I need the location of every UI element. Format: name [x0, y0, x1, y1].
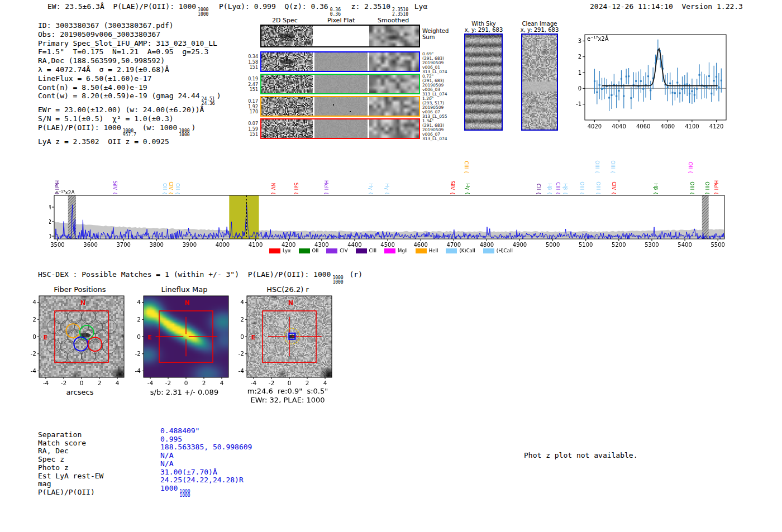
stat-value: 0.17	[244, 99, 258, 104]
hsc-dex-summary: HSC-DEX : Possible Matches = 1 (within +…	[38, 270, 363, 284]
spectrum-legend: LyαOIICIVCIIIMgIIHeII(K)CaII(H)CaII	[269, 248, 513, 253]
emission-line-label: SiIV {	[112, 180, 118, 195]
legend-label: Lyα	[283, 248, 291, 253]
stat-value: 1.58	[244, 60, 258, 65]
spec2d-row-caption: WeightedSum	[422, 28, 449, 40]
match-value-text: 24.25(24.22,24.28)R	[160, 476, 244, 484]
col-title-2dspec: 2D Spec	[272, 17, 298, 24]
text-segment: S/N = 5.1(±0.5) χ² = 1.0(±0.3)	[38, 114, 174, 123]
match-value-text: 31.00(±7.70)Å	[160, 468, 217, 476]
match-row-label: Photo z	[38, 464, 103, 472]
stat-value: 151	[244, 65, 258, 70]
frac-bottom: 957.7	[123, 133, 136, 137]
emission-line-label: SiIV {	[450, 180, 455, 195]
with-sky-title: With Sky	[453, 21, 514, 27]
hsc-caption-1: m:24.6 re:0.9" s:0.5"	[232, 387, 344, 395]
spec2d-row-caption: 1.34"(291, 683)20190509v006_07313_LL_074	[422, 119, 447, 141]
text-segment: Lyα	[410, 2, 427, 11]
info-line: Primary Spec_Slot_IFU_AMP: 313_023_010_L…	[38, 39, 221, 48]
info-line: P(LAE)/P(OII): 10001000957.7 (w: 1000100…	[38, 123, 221, 137]
caption-line: Sum	[422, 34, 449, 40]
match-row-label: Separation	[38, 431, 103, 439]
text-segment: F=1.5" T=0.175 N=1.21 A=0.95 g=25.3	[38, 47, 208, 56]
frac-bottom: 0.36	[330, 12, 341, 17]
emission-line-label: HeII {	[713, 180, 719, 195]
clean-image	[522, 35, 557, 130]
spec2d-row-image	[261, 75, 419, 93]
clean-image-coords: x, y: 291, 683	[509, 27, 570, 33]
text-segment: )	[217, 92, 221, 100]
hsc-caption-2: EWr: 32, PLAE: 1000	[232, 396, 344, 404]
emission-line-label: OIII {	[594, 160, 600, 174]
stacked-fraction: 10001000	[198, 8, 208, 16]
stacked-fraction: 10001000	[332, 276, 343, 284]
spec2d-row-stats: 0.171.92170	[244, 99, 258, 115]
text-segment: ID: 3003380367 (3003380367.pdf)	[38, 21, 174, 30]
with-sky-panel	[464, 33, 503, 131]
stat-value: 2.47	[244, 82, 258, 88]
spec2d-row-caption: 1.20"(293, 517)20190509v006_07313_LL_055	[422, 97, 447, 119]
frac-bottom: 1000	[332, 280, 343, 285]
legend-item: MgII	[384, 248, 408, 253]
legend-swatch	[356, 248, 367, 253]
stacked-fraction: 10001000	[179, 129, 189, 137]
stat-value: 0.07	[244, 121, 258, 127]
text-segment: LineFlux = 6.50(±1.60)e-17	[38, 74, 152, 83]
stacked-fraction: 24.5124.36	[202, 97, 215, 106]
emission-line-label: CII {	[536, 184, 541, 195]
match-row-value: N/A	[160, 460, 252, 468]
legend-swatch	[483, 248, 494, 253]
text-segment: P(Lyα): 0.999 Q(z): 0.36	[210, 2, 328, 11]
spec2d-row	[260, 51, 420, 72]
info-line: ID: 3003380367 (3003380367.pdf)	[38, 21, 221, 30]
text-segment: Primary Spec_Slot_IFU_AMP: 313_023_010_L…	[38, 39, 217, 47]
emission-line-label: Hβ {	[653, 183, 659, 195]
emission-line-label: CIII {	[464, 161, 469, 174]
spec2d-row-stats: 0.071.59151	[244, 121, 258, 137]
legend-swatch	[416, 248, 427, 253]
stacked-fraction: 10001000	[179, 490, 190, 498]
legend-swatch	[446, 248, 457, 253]
emission-line-label: OII {	[162, 183, 168, 195]
match-table-values: 0.488409"0.995188.563385, 50.998609N/AN/…	[160, 427, 252, 498]
spec2d-row	[260, 118, 420, 139]
legend-swatch	[299, 248, 310, 253]
emission-line-label: Hγ {	[465, 183, 470, 195]
phot-z-note: Phot z plot not available.	[524, 451, 638, 459]
col-title-pixelflat: Pixel Flat	[327, 17, 355, 24]
legend-item: (H)CaII	[483, 248, 513, 253]
match-value-text: 0.488409"	[160, 426, 199, 435]
match-row-value: N/A	[160, 452, 252, 460]
match-row-label: P(LAE)/P(OII)	[38, 488, 103, 497]
stat-value: 0.19	[244, 76, 258, 82]
match-value-text: 0.995	[160, 435, 182, 443]
emission-line-label: SiII {	[293, 183, 299, 195]
emission-line-label: OII {	[688, 162, 693, 174]
lineflux-caption: s/b: 2.31 +/- 0.089	[128, 388, 240, 396]
emission-line-label: Hβ {	[547, 183, 552, 195]
text-segment: Cont(w) = 8.20(±0.59)e-19 (gmag 24.44	[38, 92, 200, 100]
legend-item: CIII	[356, 248, 376, 253]
clean-image-title: Clean Image	[509, 21, 570, 27]
spacer	[673, 2, 682, 11]
text-segment: )	[192, 123, 196, 132]
text-segment: (w: 1000	[138, 123, 177, 132]
emission-line-label: OIII {	[579, 181, 585, 195]
emission-line-label: HeII {	[54, 180, 60, 195]
match-value-text: N/A	[160, 459, 173, 468]
with-sky-coords: x, y: 291, 683	[453, 27, 514, 33]
stacked-fraction: 0.360.36	[330, 8, 341, 16]
text-segment: z: 2.3510	[342, 2, 390, 11]
stat-value: 170	[244, 109, 258, 115]
info-line: Obs: 20190509v006_3003380367	[38, 30, 221, 39]
emission-line-label: Hβ {	[562, 183, 568, 195]
emission-line-label: CIV {	[611, 181, 617, 195]
detection-info-block: ID: 3003380367 (3003380367.pdf)Obs: 2019…	[38, 21, 221, 146]
legend-item: (K)CaII	[446, 248, 475, 253]
legend-swatch	[384, 248, 395, 253]
spec2d-row-stats: 0.192.47151	[244, 76, 258, 93]
match-value-text: 188.563385, 50.998609	[160, 443, 252, 451]
match-row-label: Est LyA rest-EW	[38, 472, 103, 481]
match-row-value: 0.995	[160, 435, 252, 444]
text-segment: P(LAE)/P(OII): 1000	[38, 123, 121, 132]
